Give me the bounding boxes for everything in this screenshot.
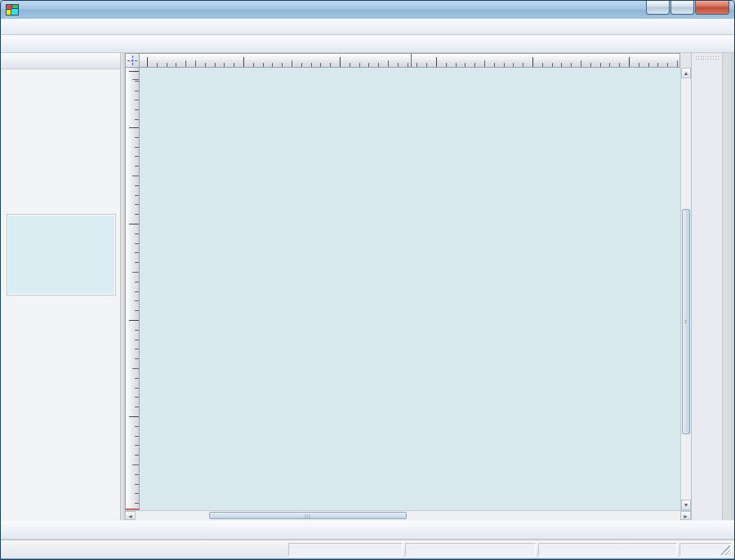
scroll-down-button[interactable]: ▼	[681, 500, 691, 510]
scroll-left-button[interactable]: ◄	[125, 511, 136, 520]
panel-menu-button[interactable]	[94, 56, 105, 67]
palette-drag-handle[interactable]	[695, 56, 719, 60]
map-canvas[interactable]	[140, 68, 680, 510]
map-thumbnail[interactable]	[7, 215, 115, 295]
bottom-toolbar	[1, 520, 734, 540]
minimize-button[interactable]	[646, 1, 670, 15]
app-window: ▲ ≡ ▼ ◄ ||| ►	[0, 0, 735, 560]
ruler-cursor-marker-y	[126, 509, 139, 509]
vertical-ruler	[125, 68, 140, 510]
drawing-tool-palette	[691, 53, 722, 520]
pan-thumbnail-map[interactable]	[16, 232, 106, 291]
pan-window-panel	[1, 53, 121, 520]
status-spacer	[679, 543, 732, 557]
ruler-origin-icon	[125, 53, 140, 68]
status-mouse-coords	[288, 543, 403, 557]
maximize-button[interactable]	[670, 1, 694, 15]
status-position	[405, 543, 536, 557]
main-area: ▲ ≡ ▼ ◄ ||| ►	[1, 53, 734, 520]
canvas-wrap: ▲ ≡ ▼ ◄ ||| ►	[125, 53, 691, 520]
horizontal-ruler	[140, 53, 680, 68]
pan-window-body	[1, 69, 120, 520]
main-toolbar	[1, 35, 734, 53]
right-margin	[722, 53, 731, 520]
close-button[interactable]	[695, 1, 729, 15]
status-size	[538, 543, 677, 557]
horizontal-scroll-thumb[interactable]: |||	[209, 512, 407, 519]
horizontal-scrollbar[interactable]: ◄ ||| ►	[125, 510, 691, 520]
ruler-cursor-marker-x	[411, 54, 412, 67]
vertical-scrollbar[interactable]: ▲ ≡ ▼	[680, 68, 691, 510]
resize-grip[interactable]	[720, 545, 730, 555]
app-icon	[6, 4, 19, 16]
panel-close-button[interactable]	[105, 56, 117, 67]
vertical-scroll-thumb[interactable]: ≡	[682, 209, 690, 434]
title-bar[interactable]	[1, 1, 734, 19]
pan-window-header[interactable]	[1, 53, 120, 69]
scroll-right-button[interactable]: ►	[680, 511, 691, 520]
menu-bar	[1, 19, 734, 35]
scroll-up-button[interactable]: ▲	[681, 68, 691, 78]
status-bar	[1, 540, 734, 558]
